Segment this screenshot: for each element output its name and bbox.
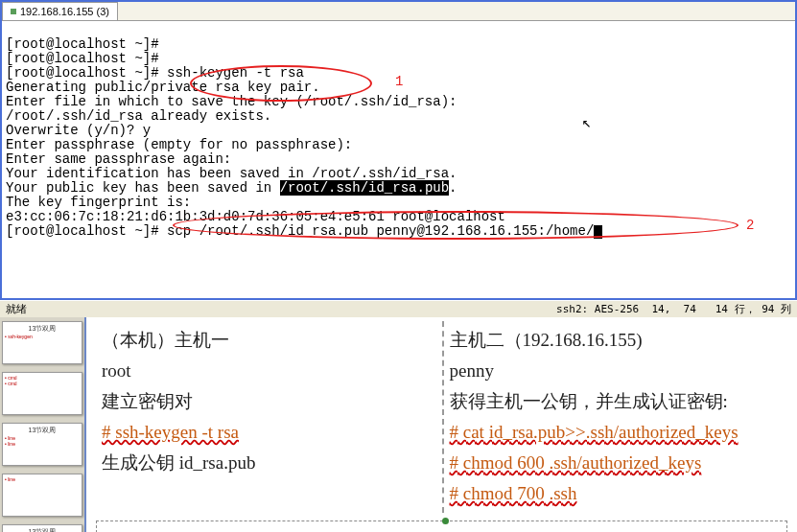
- slide-thumb[interactable]: 13节双周 • ssh-keygen: [2, 321, 82, 364]
- slide-col-right: 主机二（192.168.16.155) penny 获得主机一公钥，并生成认证密…: [442, 321, 788, 513]
- host1-cmd1: # ssh-keygen -t rsa: [102, 422, 239, 442]
- term-line: Your identification has been saved in /r…: [6, 166, 457, 181]
- terminal-window: 192.168.16.155 (3) [root@localhost ~]# […: [0, 0, 797, 300]
- slide-thumbnails[interactable]: 13节双周 • ssh-keygen • cmd• cmd 13节双周 • li…: [0, 317, 86, 532]
- term-line: Your public key has been saved in: [6, 180, 280, 196]
- term-line: Enter file in which to save the key (/ro…: [6, 94, 457, 109]
- slide-thumb[interactable]: 13节双周 • line• line: [2, 423, 82, 466]
- tab-title: 192.168.16.155 (3): [20, 6, 109, 17]
- term-cmd: ssh-keygen -t rsa: [167, 65, 304, 81]
- mouse-cursor-icon: ↖: [582, 117, 592, 131]
- term-line: [root@localhost ~]#: [6, 51, 159, 66]
- term-highlight: /root/.ssh/id_rsa.pub: [280, 180, 449, 196]
- host2-cmd3: # chmod 700 .ssh: [450, 483, 577, 503]
- slide-two-column: （本机）主机一 root 建立密钥对 # ssh-keygen -t rsa 生…: [96, 321, 787, 513]
- status-connection: ssh2: AES-256 14, 74 14 行， 94 列: [556, 302, 791, 316]
- slide-thumb[interactable]: 13节双周: [2, 524, 82, 532]
- status-bar: 就绪 ssh2: AES-256 14, 74 14 行， 94 列: [0, 300, 797, 317]
- host2-cmd1: # cat id_rsa.pub>>.ssh/authorized_keys: [450, 422, 738, 442]
- terminal-cursor: [594, 225, 602, 239]
- tab-status-dot: [11, 9, 16, 14]
- term-line: Generating public/private rsa key pair.: [6, 80, 320, 95]
- slide-thumb[interactable]: • cmd• cmd: [2, 372, 82, 415]
- host1-step2: 生成公钥 id_rsa.pub: [102, 448, 436, 478]
- annotation-label-2: 2: [746, 218, 754, 233]
- annotation-label-1: 1: [395, 75, 403, 89]
- resize-handle-icon[interactable]: [442, 518, 449, 524]
- terminal-output[interactable]: [root@localhost ~]# [root@localhost ~]# …: [2, 21, 795, 298]
- presentation-area: 13节双周 • ssh-keygen • cmd• cmd 13节双周 • li…: [0, 317, 797, 532]
- host2-cmd2: # chmod 600 .ssh/authorized_keys: [450, 452, 702, 473]
- status-ready: 就绪: [6, 302, 27, 316]
- term-line: /root/.ssh/id_rsa already exists.: [6, 108, 271, 124]
- term-line: [root@localhost ~]# scp /root/.ssh/id_rs…: [6, 223, 594, 239]
- term-line: Enter passphrase (empty for no passphras…: [6, 137, 352, 152]
- host2-step1: 获得主机一公钥，并生成认证密钥:: [450, 386, 783, 417]
- term-line: The key fingerprint is:: [6, 195, 191, 210]
- host1-title: （本机）主机一: [102, 325, 436, 356]
- slide-caption-box[interactable]: 此时从主机一访问主机二将不再需要输入密码: [96, 520, 787, 532]
- term-line: .: [449, 180, 457, 196]
- slide-thumb[interactable]: • line: [2, 474, 82, 517]
- terminal-tab[interactable]: 192.168.16.155 (3): [2, 2, 118, 20]
- host1-user: root: [102, 356, 436, 386]
- term-line: e3:cc:06:7c:18:21:d6:1b:3d:d0:7d:36:05:e…: [6, 209, 505, 224]
- slide-content[interactable]: （本机）主机一 root 建立密钥对 # ssh-keygen -t rsa 生…: [86, 317, 797, 532]
- tab-bar: 192.168.16.155 (3): [2, 2, 795, 21]
- term-line: Overwrite (y/n)? y: [6, 123, 151, 138]
- host1-step1: 建立密钥对: [102, 386, 436, 417]
- term-line: [root@localhost ~]#: [6, 65, 167, 81]
- slide-col-left: （本机）主机一 root 建立密钥对 # ssh-keygen -t rsa 生…: [96, 321, 442, 513]
- host2-user: penny: [450, 356, 783, 386]
- host2-title: 主机二（192.168.16.155): [450, 325, 783, 356]
- term-line: Enter same passphrase again:: [6, 151, 231, 167]
- term-line: [root@localhost ~]#: [6, 36, 159, 52]
